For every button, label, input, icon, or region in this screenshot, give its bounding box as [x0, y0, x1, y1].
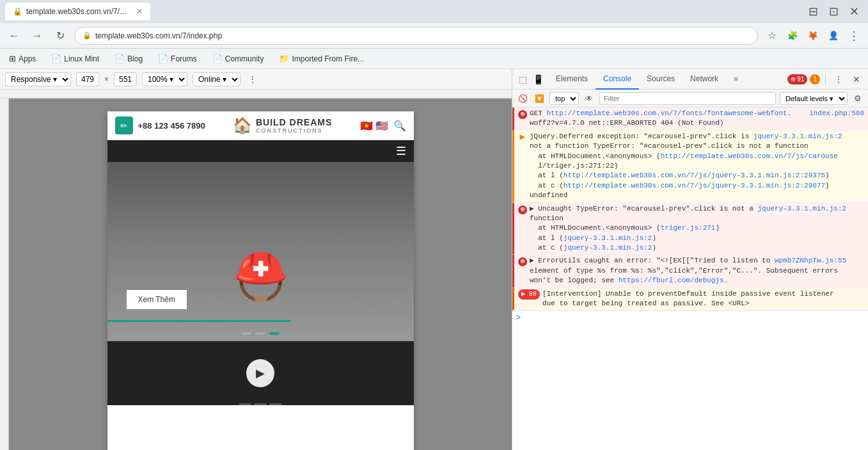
console-content[interactable]: ⊗ GET http://template.web30s.com.vn/7/fo… — [512, 108, 868, 450]
devtools-more-button[interactable]: ✕ — [849, 72, 864, 87]
filter-input[interactable] — [599, 92, 776, 105]
devtools-inspect-button[interactable]: ⬚ — [515, 72, 530, 87]
bookmark-apps-label: Apps — [19, 54, 36, 63]
site-preview: ✏ +88 123 456 7890 🏠 BUILD DREAMS CONSTR… — [107, 111, 414, 450]
more-options-button[interactable]: ⋮ — [246, 73, 260, 86]
responsive-toolbar: Responsive ▾ × 100% ▾ Online ▾ ⋮ — [0, 69, 512, 90]
address-bar[interactable]: 🔒 template.web30s.com.vn/7/index.php — [74, 27, 758, 45]
viewport-area: Responsive ▾ × 100% ▾ Online ▾ ⋮ — [0, 69, 512, 450]
site-header-left: ✏ +88 123 456 7890 — [115, 117, 205, 134]
site-search-icon[interactable]: 🔍 — [393, 120, 406, 132]
site-logo: 🏠 BUILD DREAMS CONSTRUCTIONS — [233, 117, 332, 134]
viewport-width-input[interactable] — [76, 72, 99, 86]
site-header: ✏ +88 123 456 7890 🏠 BUILD DREAMS CONSTR… — [107, 111, 414, 140]
vn-flag[interactable]: 🇻🇳 — [360, 120, 373, 132]
error-link-3d[interactable]: jquery-3.3.1.min.js:2 — [564, 244, 652, 252]
entry-text-4: ▶ ErrorUtils caught an error: "<![EX[["T… — [530, 256, 864, 285]
back-button[interactable]: ← — [5, 27, 23, 45]
hero-image: ⛑️ — [107, 162, 414, 341]
forward-button[interactable]: → — [28, 27, 46, 45]
zoom-select[interactable]: 100% ▾ — [142, 72, 187, 86]
tab-sources[interactable]: Sources — [639, 69, 683, 90]
maximize-button[interactable]: ⊡ — [825, 3, 842, 20]
close-button[interactable]: ✕ — [845, 3, 863, 20]
error-link-4b[interactable]: https://fburl.com/debugjs — [619, 277, 724, 284]
line-3 — [269, 403, 282, 405]
site-video-section: ▶ — [107, 341, 414, 405]
clear-console-button[interactable]: 🚫 — [516, 92, 529, 105]
error-link-3c[interactable]: jquery-3.3.1.min.js:2 — [564, 234, 652, 242]
tab-separator — [825, 74, 826, 84]
entry-text-2: jQuery.Deferred exception: "#carousel-pr… — [530, 132, 864, 201]
hero-cta-button[interactable]: Xem Thêm — [127, 290, 187, 309]
tab-title: template.web30s.com.vn/7/index.php — [26, 7, 129, 16]
tab-console[interactable]: Console — [596, 69, 639, 90]
console-input[interactable] — [525, 314, 864, 323]
extension2-button[interactable]: 🦊 — [804, 27, 822, 45]
error-link-3b[interactable]: triger.js:271 — [661, 224, 716, 232]
devtools-tab-bar: ⬚ 📱 Elements Console Sources Network » ⊗… — [512, 69, 868, 90]
warn-link-2c[interactable]: http://template.web30s.com.vn/7/js/jquer… — [564, 172, 825, 179]
bookmark-imported[interactable]: 📁 Imported From Fire... — [275, 51, 368, 66]
bookmark-blog-label: Blog — [127, 54, 143, 63]
viewport-height-input[interactable] — [114, 72, 137, 86]
forums-icon: 📄 — [158, 54, 168, 63]
us-flag[interactable]: 🇺🇸 — [375, 120, 388, 132]
tab-elements[interactable]: Elements — [548, 69, 596, 90]
warn-link-2[interactable]: jquery-3.3.1.min.js:2 — [754, 133, 842, 140]
line-2 — [254, 403, 267, 405]
warn-link-2b[interactable]: http://template.web30s.com.vn/7/js/carou… — [661, 152, 838, 160]
devtools-settings-button[interactable]: ⋮ — [831, 72, 846, 87]
error-link-3[interactable]: jquery-3.3.1.min.js:2 — [757, 205, 846, 213]
tab-sources-label: Sources — [647, 74, 675, 83]
ruler-horizontal — [0, 90, 512, 99]
filter-toggle-button[interactable]: 🔽 — [533, 92, 546, 105]
error-count-badge: ⊗ 91 — [787, 74, 807, 84]
reload-button[interactable]: ↻ — [51, 27, 69, 45]
error-icon-3: ⊗ — [518, 205, 527, 214]
bookmark-apps[interactable]: ⊞ Apps — [5, 51, 40, 66]
error-link-4[interactable]: wpmb7ZNhpTw.js:55 — [775, 257, 846, 264]
tab-more[interactable]: » — [726, 69, 746, 90]
error-icon-1: ⊗ — [518, 110, 527, 119]
hero-dot-2[interactable] — [255, 332, 265, 335]
prompt-arrow-icon: > — [516, 314, 521, 323]
profile-button[interactable]: 👤 — [825, 27, 842, 45]
active-tab[interactable]: 🔒 template.web30s.com.vn/7/index.php ✕ — [5, 3, 150, 20]
error-link-1[interactable]: http://template.web30s.com.vn/7/fonts/fo… — [546, 109, 791, 117]
eye-button[interactable]: 👁 — [583, 92, 596, 105]
url-text: template.web30s.com.vn/7/index.php — [95, 31, 222, 40]
bookmark-community[interactable]: 📄 Community — [209, 51, 268, 66]
network-throttle-select[interactable]: Online ▾ — [193, 72, 241, 86]
bookmark-blog[interactable]: 📄 Blog — [111, 51, 146, 66]
page-area: ✏ +88 123 456 7890 🏠 BUILD DREAMS CONSTR… — [9, 99, 512, 450]
security-icon: 🔒 — [83, 31, 91, 40]
menu-button[interactable]: ⋮ — [845, 27, 863, 45]
minimize-button[interactable]: ⊟ — [804, 3, 822, 20]
hero-dots — [241, 332, 280, 335]
site-phone-number: +88 123 456 7890 — [138, 121, 205, 131]
extension1-button[interactable]: 🧩 — [784, 27, 801, 45]
console-entry-2: ▶ jQuery.Deferred exception: "#carousel-… — [512, 131, 868, 203]
console-settings-button[interactable]: ⚙ — [851, 92, 864, 105]
bookmark-star-button[interactable]: ☆ — [763, 27, 781, 45]
responsive-mode-select[interactable]: Responsive ▾ — [5, 72, 71, 86]
warn-link-2d[interactable]: http://template.web30s.com.vn/7/js/jquer… — [564, 182, 825, 189]
bookmark-forums[interactable]: 📄 Forums — [154, 51, 201, 66]
devtools-device-button[interactable]: 📱 — [530, 72, 546, 87]
hero-dot-1[interactable] — [241, 332, 251, 335]
hamburger-menu[interactable]: ☰ — [396, 144, 406, 158]
level-selector[interactable]: Default levels ▾ — [780, 92, 848, 105]
console-prompt: > — [512, 310, 868, 325]
tab-network[interactable]: Network — [683, 69, 726, 90]
error-icon: ⊗ — [791, 76, 796, 83]
tab-close[interactable]: ✕ — [136, 7, 143, 16]
console-entry-5: ▶ 88 [Intervention] Unable to preventDef… — [512, 288, 868, 311]
context-selector[interactable]: top — [549, 92, 579, 105]
phone-icon: ✏ — [115, 117, 133, 134]
bookmark-linux-mint[interactable]: 📄 Linux Mint — [47, 51, 103, 66]
play-button[interactable]: ▶ — [246, 359, 274, 387]
warn-count: 1 — [813, 76, 817, 83]
hero-dot-active[interactable] — [269, 332, 280, 335]
dimension-x-label: × — [104, 75, 109, 84]
